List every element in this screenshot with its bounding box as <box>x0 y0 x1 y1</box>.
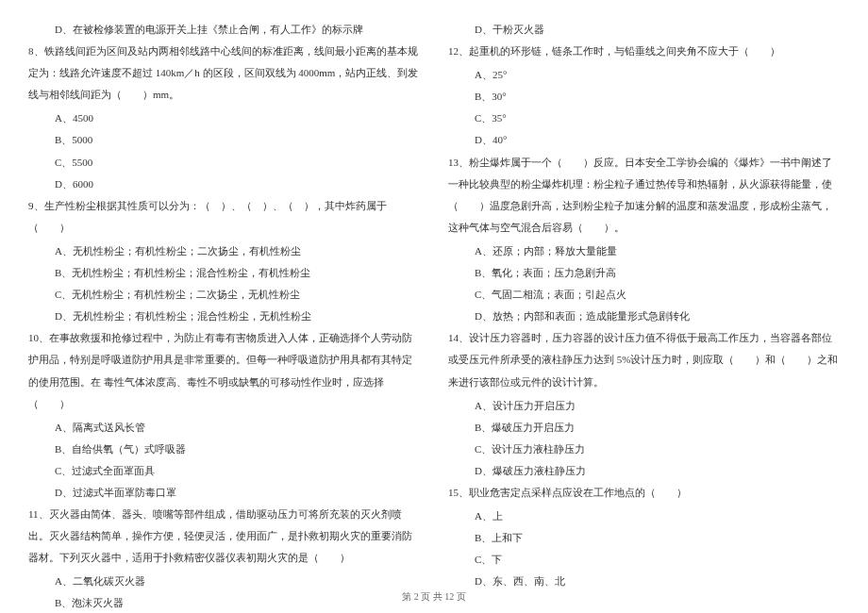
q12-option-d: D、40° <box>448 129 840 151</box>
q14-option-d: D、爆破压力液柱静压力 <box>448 460 840 482</box>
question-9: 9、生产性粉尘根据其性质可以分为：（ ）、（ ）、（ ），其中炸药属于（ ） <box>28 195 420 239</box>
q11-option-d: D、干粉灭火器 <box>448 19 840 41</box>
q13-option-c: C、气固二相流；表面；引起点火 <box>448 284 840 306</box>
q8-option-d: D、6000 <box>28 174 420 195</box>
q9-option-c: C、无机性粉尘；有机性粉尘；二次扬尘，无机性粉尘 <box>28 284 420 306</box>
q15-option-b: B、上和下 <box>448 527 840 549</box>
q14-option-b: B、爆破压力开启压力 <box>448 417 840 439</box>
page-footer: 第 2 页 共 12 页 <box>0 590 868 604</box>
question-11: 11、灭火器由简体、器头、喷嘴等部件组成，借助驱动压力可将所充装的灭火剂喷出。灭… <box>28 504 420 569</box>
q11-option-a: A、二氧化碳灭火器 <box>28 571 420 592</box>
q10-option-d: D、过滤式半面罩防毒口罩 <box>28 482 420 504</box>
q15-option-d: D、东、西、南、北 <box>448 571 840 592</box>
q15-option-a: A、上 <box>448 505 840 527</box>
q13-option-b: B、氧化；表面；压力急剧升高 <box>448 262 840 284</box>
q10-option-b: B、自给供氧（气）式呼吸器 <box>28 439 420 460</box>
right-column: D、干粉灭火器 12、起重机的环形链，链条工作时，与铅垂线之间夹角不应大于（ ）… <box>448 19 840 538</box>
q15-option-c: C、下 <box>448 549 840 571</box>
q8-option-b: B、5000 <box>28 129 420 151</box>
q8-option-a: A、4500 <box>28 108 420 129</box>
question-14: 14、设计压力容器时，压力容器的设计压力值不得低于最高工作压力，当容器各部位或受… <box>448 327 840 392</box>
q9-option-d: D、无机性粉尘；有机性粉尘；混合性粉尘，无机性粉尘 <box>28 306 420 327</box>
question-12: 12、起重机的环形链，链条工作时，与铅垂线之间夹角不应大于（ ） <box>448 41 840 62</box>
question-15: 15、职业危害定点采样点应设在工作地点的（ ） <box>448 482 840 504</box>
question-10: 10、在事故救援和抢修过程中，为防止有毒有害物质进入人体，正确选择个人劳动防护用… <box>28 327 420 414</box>
q9-option-a: A、无机性粉尘；有机性粉尘；二次扬尘，有机性粉尘 <box>28 240 420 262</box>
q7-option-d: D、在被检修装置的电源开关上挂《禁止合闸，有人工作》的标示牌 <box>28 19 420 41</box>
q12-option-b: B、30° <box>448 86 840 108</box>
q14-option-c: C、设计压力液柱静压力 <box>448 439 840 460</box>
q12-option-c: C、35° <box>448 108 840 129</box>
q12-option-a: A、25° <box>448 64 840 86</box>
q10-option-a: A、隔离式送风长管 <box>28 417 420 439</box>
q13-option-a: A、还原；内部；释放大量能量 <box>448 240 840 262</box>
q8-option-c: C、5500 <box>28 152 420 174</box>
q13-option-d: D、放热；内部和表面；造成能量形式急剧转化 <box>448 306 840 327</box>
left-column: D、在被检修装置的电源开关上挂《禁止合闸，有人工作》的标示牌 8、铁路线间距为区… <box>28 19 420 538</box>
q14-option-a: A、设计压力开启压力 <box>448 395 840 417</box>
q10-option-c: C、过滤式全面罩面具 <box>28 460 420 482</box>
exam-page: D、在被检修装置的电源开关上挂《禁止合闸，有人工作》的标示牌 8、铁路线间距为区… <box>0 0 868 575</box>
question-8: 8、铁路线间距为区间及站内两相邻线路中心线间的标准距离，线间最小距离的基本规定为… <box>28 41 420 106</box>
question-13: 13、粉尘爆炸属于一个（ ）反应。日本安全工学协会编的《爆炸》一书中阐述了一种比… <box>448 152 840 239</box>
q9-option-b: B、无机性粉尘；有机性粉尘；混合性粉尘，有机性粉尘 <box>28 262 420 284</box>
